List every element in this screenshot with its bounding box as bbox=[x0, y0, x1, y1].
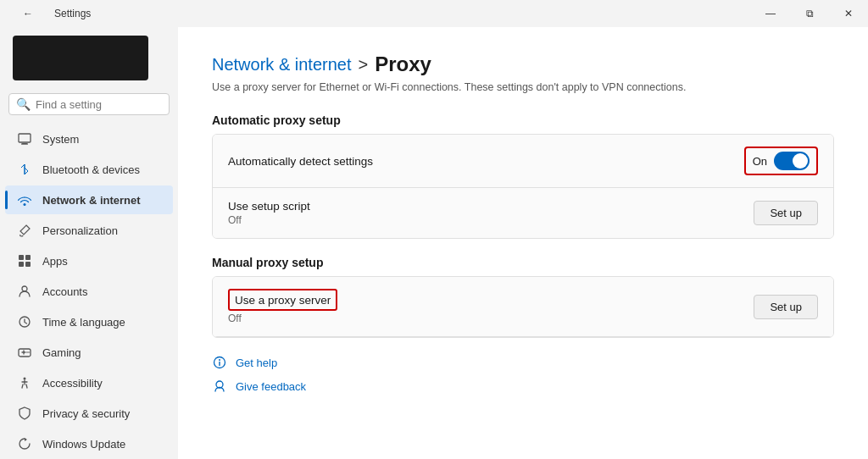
titlebar-title: Settings bbox=[54, 8, 91, 19]
sidebar-item-system-label: System bbox=[42, 133, 79, 146]
page-description: Use a proxy server for Ethernet or Wi-Fi… bbox=[212, 81, 834, 93]
titlebar: ← Settings — ⧉ ✕ bbox=[0, 0, 868, 27]
auto-detect-control: On bbox=[744, 147, 818, 175]
sidebar-item-network-label: Network & internet bbox=[42, 194, 141, 207]
sidebar-item-accessibility-label: Accessibility bbox=[42, 377, 103, 390]
page-title: Proxy bbox=[375, 53, 431, 76]
sidebar-item-accessibility[interactable]: Accessibility bbox=[5, 368, 173, 397]
use-proxy-row: Use a proxy server Off Set up bbox=[213, 277, 833, 337]
sidebar-item-update-label: Windows Update bbox=[42, 438, 125, 451]
svg-point-14 bbox=[219, 359, 220, 361]
svg-rect-4 bbox=[25, 255, 31, 260]
help-links: Get help Give feedback bbox=[212, 355, 834, 394]
give-feedback-label: Give feedback bbox=[236, 380, 306, 393]
use-proxy-label: Use a proxy server bbox=[235, 294, 331, 307]
use-proxy-control: Set up bbox=[754, 295, 818, 319]
time-icon bbox=[17, 314, 32, 329]
content-area: Network & internet > Proxy Use a proxy s… bbox=[178, 27, 868, 459]
toggle-state-label: On bbox=[753, 155, 767, 168]
svg-rect-6 bbox=[25, 262, 31, 267]
brush-icon bbox=[17, 223, 32, 238]
svg-rect-3 bbox=[19, 255, 24, 260]
breadcrumb-separator: > bbox=[359, 55, 369, 75]
help-icon bbox=[212, 355, 227, 370]
sidebar-item-apps-label: Apps bbox=[42, 255, 68, 268]
get-help-label: Get help bbox=[236, 357, 277, 369]
svg-point-7 bbox=[22, 286, 27, 291]
network-icon bbox=[17, 192, 32, 207]
use-proxy-sub: Off bbox=[228, 312, 337, 324]
auto-detect-info: Automatically detect settings bbox=[228, 155, 373, 168]
svg-rect-0 bbox=[19, 134, 31, 142]
apps-icon bbox=[17, 253, 32, 268]
sidebar-item-bluetooth[interactable]: Bluetooth & devices bbox=[5, 155, 173, 184]
shield-icon bbox=[17, 406, 32, 421]
auto-section-header: Automatic proxy setup bbox=[212, 113, 834, 127]
auto-proxy-card: Automatically detect settings On Use set… bbox=[212, 134, 834, 239]
setup-script-label: Use setup script bbox=[228, 200, 310, 213]
search-box[interactable]: 🔍 bbox=[8, 93, 170, 115]
auto-detect-row: Automatically detect settings On bbox=[213, 135, 833, 188]
sidebar-item-system[interactable]: System bbox=[5, 124, 173, 153]
search-icon: 🔍 bbox=[16, 97, 31, 111]
sidebar-item-personalization[interactable]: Personalization bbox=[5, 216, 173, 245]
svg-rect-5 bbox=[19, 262, 24, 267]
proxy-label-box: Use a proxy server bbox=[228, 289, 337, 311]
svg-point-15 bbox=[216, 381, 223, 388]
use-proxy-info: Use a proxy server Off bbox=[228, 289, 337, 324]
setup-script-control: Set up bbox=[754, 201, 818, 225]
app-container: 🔍 System Bluetooth & devices Network & i… bbox=[0, 27, 868, 459]
sidebar-item-network[interactable]: Network & internet bbox=[5, 185, 173, 214]
close-button[interactable]: ✕ bbox=[829, 0, 868, 27]
setup-script-info: Use setup script Off bbox=[228, 200, 310, 226]
use-proxy-button[interactable]: Set up bbox=[754, 295, 818, 319]
search-input[interactable] bbox=[36, 98, 162, 111]
toggle-container[interactable]: On bbox=[744, 147, 818, 175]
sidebar-item-time-label: Time & language bbox=[42, 316, 125, 329]
sidebar-item-update[interactable]: Windows Update bbox=[5, 429, 173, 458]
svg-point-11 bbox=[28, 351, 30, 353]
titlebar-left: ← Settings bbox=[8, 0, 91, 27]
sidebar-item-privacy-label: Privacy & security bbox=[42, 407, 130, 420]
sidebar-item-apps[interactable]: Apps bbox=[5, 246, 173, 275]
sidebar-item-personalization-label: Personalization bbox=[42, 224, 118, 237]
update-icon bbox=[17, 436, 32, 451]
setup-script-button[interactable]: Set up bbox=[754, 201, 818, 225]
bluetooth-icon bbox=[17, 162, 32, 177]
sidebar-item-privacy[interactable]: Privacy & security bbox=[5, 399, 173, 428]
svg-point-10 bbox=[26, 351, 28, 353]
sidebar-item-time[interactable]: Time & language bbox=[5, 307, 173, 336]
person-icon bbox=[17, 284, 32, 299]
manual-proxy-card: Use a proxy server Off Set up bbox=[212, 276, 834, 338]
auto-detect-toggle[interactable] bbox=[774, 152, 810, 170]
back-button[interactable]: ← bbox=[8, 0, 47, 27]
give-feedback-link[interactable]: Give feedback bbox=[212, 379, 834, 394]
manual-section-header: Manual proxy setup bbox=[212, 256, 834, 269]
setup-script-row: Use setup script Off Set up bbox=[213, 188, 833, 238]
sidebar-item-accounts-label: Accounts bbox=[42, 285, 87, 298]
breadcrumb: Network & internet > Proxy bbox=[212, 53, 834, 76]
setup-script-sub: Off bbox=[228, 214, 310, 226]
auto-detect-label: Automatically detect settings bbox=[228, 155, 373, 168]
sidebar: 🔍 System Bluetooth & devices Network & i… bbox=[0, 27, 178, 459]
titlebar-controls: — ⧉ ✕ bbox=[751, 0, 868, 27]
gaming-icon bbox=[17, 345, 32, 360]
monitor-icon bbox=[17, 131, 32, 147]
sidebar-item-accounts[interactable]: Accounts bbox=[5, 277, 173, 306]
sidebar-item-bluetooth-label: Bluetooth & devices bbox=[42, 163, 140, 176]
svg-point-12 bbox=[24, 378, 26, 380]
restore-button[interactable]: ⧉ bbox=[790, 0, 829, 27]
accessibility-icon bbox=[17, 375, 32, 390]
minimize-button[interactable]: — bbox=[751, 0, 790, 27]
sidebar-item-gaming[interactable]: Gaming bbox=[5, 338, 173, 367]
breadcrumb-parent[interactable]: Network & internet bbox=[212, 55, 352, 75]
sidebar-item-gaming-label: Gaming bbox=[42, 346, 81, 359]
get-help-link[interactable]: Get help bbox=[212, 355, 834, 370]
feedback-icon bbox=[212, 379, 227, 394]
avatar bbox=[13, 36, 148, 80]
